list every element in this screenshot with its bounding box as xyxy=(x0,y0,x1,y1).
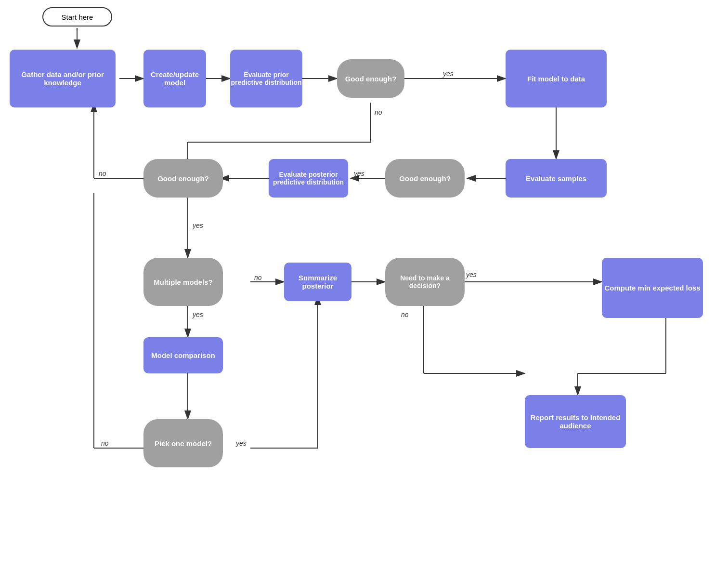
label-yes-decision: yes xyxy=(466,271,477,278)
eval-samples-node: Evaluate samples xyxy=(506,159,607,198)
label-no-multiple: no xyxy=(254,274,262,281)
compute-min-node: Compute min expected loss xyxy=(602,258,703,318)
report-node: Report results to Intended audience xyxy=(525,395,626,448)
label-yes-2: yes xyxy=(354,170,364,177)
eval-prior-node: Evaluate prior predictive distribution xyxy=(230,50,302,107)
label-no-1: no xyxy=(375,108,382,116)
label-yes-3: yes xyxy=(193,222,203,229)
label-no-pick: no xyxy=(101,439,109,447)
good-enough-2-node: Good enough? xyxy=(385,159,465,198)
pick-one-node: Pick one model? xyxy=(143,419,223,467)
label-yes-1: yes xyxy=(443,70,454,78)
summarize-node: Summarize posterior xyxy=(284,263,351,301)
label-yes-multiple: yes xyxy=(193,311,203,318)
flowchart: Start here Gather data and/or prior know… xyxy=(0,0,728,569)
need-decision-node: Need to make a decision? xyxy=(385,258,465,306)
eval-posterior-node: Evaluate posterior predictive distributi… xyxy=(269,159,348,198)
model-comparison-node: Model comparison xyxy=(143,337,223,373)
label-no-decision: no xyxy=(401,311,409,318)
good-enough-3-node: Good enough? xyxy=(143,159,223,198)
good-enough-1-node: Good enough? xyxy=(337,59,404,98)
multiple-models-node: Multiple models? xyxy=(143,258,223,306)
fit-model-node: Fit model to data xyxy=(506,50,607,107)
gather-node: Gather data and/or prior knowledge xyxy=(10,50,116,107)
start-node: Start here xyxy=(42,7,112,26)
label-yes-pick: yes xyxy=(236,439,247,447)
create-update-node: Create/update model xyxy=(143,50,206,107)
label-no-3: no xyxy=(99,170,106,177)
